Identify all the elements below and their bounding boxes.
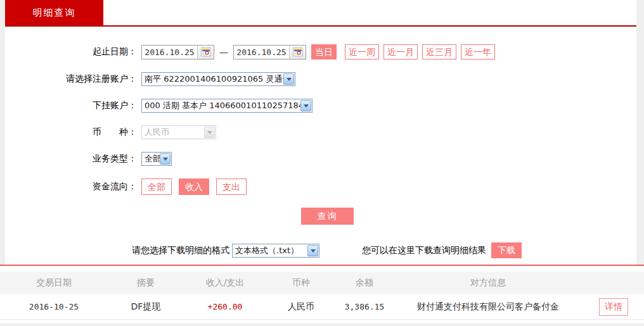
download-row: 请您选择下载明细的格式 文本格式（.txt） 您可以在这里下载查询明细结果 下载 <box>5 242 636 258</box>
chevron-down-icon <box>160 153 171 165</box>
sub-account-label: 下挂账户： <box>5 100 141 111</box>
table-row: 2016-10-25 DF提现 +260.00 人民币 3,386.15 财付通… <box>0 294 644 320</box>
chevron-down-icon <box>283 73 294 85</box>
register-account-row: 请选择注册账户： 南平 6222001406100921065 灵通卡 <box>5 72 636 86</box>
row-counterparty: 财付通支付科技有限公司客户备付金 <box>393 301 583 313</box>
download-hint: 您可以在这里下载查询明细结果 <box>362 245 486 256</box>
sub-account-row: 下挂账户： 000 活期 基本户 1406600101102571848 <box>5 99 636 113</box>
fund-flow-row: 资金流向： 全部 收入 支出 <box>5 179 636 195</box>
range-year-button[interactable]: 近一年 <box>461 44 495 60</box>
business-type-value: 全部 <box>142 153 160 165</box>
row-actions: 详情 <box>583 298 644 316</box>
end-date-calendar-button[interactable] <box>289 46 306 59</box>
start-date-calendar-button[interactable] <box>197 46 214 59</box>
date-range-separator: — <box>219 47 228 57</box>
chevron-down-icon <box>300 100 311 111</box>
business-type-select[interactable]: 全部 <box>141 152 172 166</box>
flow-all-button[interactable]: 全部 <box>141 179 172 195</box>
page: 明细查询 起止日期： — 当日 <box>0 0 644 323</box>
currency-label: 币 种： <box>5 127 141 138</box>
currency-row: 币 种： 人民币 <box>5 125 636 139</box>
chevron-down-icon <box>307 245 318 256</box>
register-account-select[interactable]: 南平 6222001406100921065 灵通卡 <box>141 72 295 86</box>
query-form: 起止日期： — 当日 近一周 近一月 近三月 近 <box>5 27 636 265</box>
tab-bar: 明细查询 <box>5 0 636 27</box>
range-month-button[interactable]: 近一月 <box>383 44 418 60</box>
business-type-row: 业务类型： 全部 <box>5 152 636 166</box>
download-format-select[interactable]: 文本格式（.txt） <box>232 244 319 258</box>
header-summary: 摘要 <box>108 277 184 289</box>
header-balance: 余额 <box>336 277 393 289</box>
flow-income-button[interactable]: 收入 <box>179 179 209 195</box>
start-date-field[interactable] <box>141 45 214 60</box>
calendar-icon <box>293 47 303 56</box>
register-account-label: 请选择注册账户： <box>5 73 141 85</box>
currency-value: 人民币 <box>142 127 204 138</box>
row-date: 2016-10-25 <box>0 302 108 311</box>
table-header-row: 交易日期 摘要 收入/支出 币种 余额 对方信息 <box>0 272 644 294</box>
register-account-value: 南平 6222001406100921065 灵通卡 <box>142 73 283 85</box>
start-date-input[interactable] <box>142 46 197 59</box>
download-format-label: 请您选择下载明细的格式 <box>5 245 232 256</box>
row-currency: 人民币 <box>266 301 336 313</box>
tab-detail-query[interactable]: 明细查询 <box>5 0 103 25</box>
chevron-down-icon <box>204 127 215 138</box>
sub-account-select[interactable]: 000 活期 基本户 1406600101102571848 <box>141 99 312 113</box>
download-format-value: 文本格式（.txt） <box>233 245 307 256</box>
row-summary: DF提现 <box>108 301 184 313</box>
currency-select: 人民币 <box>141 125 216 139</box>
range-week-button[interactable]: 近一周 <box>345 44 379 60</box>
date-range-row: 起止日期： — 当日 近一周 近一月 近三月 近 <box>5 44 636 60</box>
sub-account-value: 000 活期 基本户 1406600101102571848 <box>142 100 300 111</box>
result-table: 交易日期 摘要 收入/支出 币种 余额 对方信息 2016-10-25 DF提现… <box>0 265 644 323</box>
range-quarter-button[interactable]: 近三月 <box>422 44 456 60</box>
header-counterparty: 对方信息 <box>393 277 583 289</box>
flow-expense-button[interactable]: 支出 <box>216 179 247 195</box>
end-date-field[interactable] <box>233 45 306 60</box>
query-panel: 明细查询 起止日期： — 当日 <box>5 0 636 265</box>
calendar-icon <box>201 47 211 56</box>
detail-button[interactable]: 详情 <box>599 298 628 316</box>
header-amount: 收入/支出 <box>184 277 266 289</box>
row-balance: 3,386.15 <box>336 302 393 311</box>
business-type-label: 业务类型： <box>5 153 141 165</box>
header-currency: 币种 <box>266 277 336 289</box>
query-button-row: 查询 <box>5 208 636 225</box>
query-button[interactable]: 查询 <box>301 208 354 225</box>
header-date: 交易日期 <box>0 277 108 289</box>
download-button[interactable]: 下载 <box>491 242 522 258</box>
row-amount: +260.00 <box>184 302 266 311</box>
range-today-button[interactable]: 当日 <box>311 44 337 60</box>
fund-flow-label: 资金流向： <box>5 181 141 192</box>
date-range-label: 起止日期： <box>5 46 141 58</box>
end-date-input[interactable] <box>234 46 289 59</box>
